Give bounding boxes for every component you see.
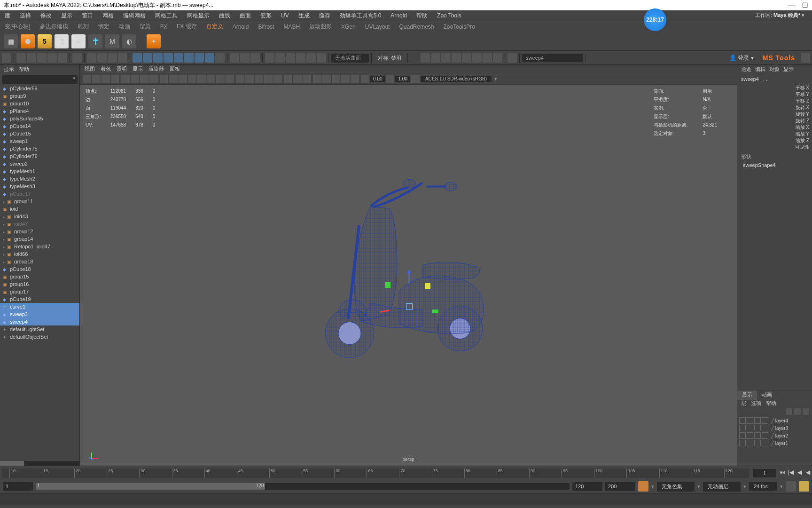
vp-tool-icon[interactable]: [149, 75, 158, 83]
vp-tool-icon[interactable]: [102, 75, 110, 83]
workspace-selector[interactable]: 工作区: Maya 经典* ▾: [755, 12, 804, 19]
channel-object-name[interactable]: sweep4 . . .: [737, 74, 812, 84]
outliner-item[interactable]: group11: [0, 198, 79, 205]
lock-icon[interactable]: [230, 53, 239, 63]
outliner-item[interactable]: defaultLightSet: [0, 325, 79, 333]
channel-attr[interactable]: 缩放 X: [737, 124, 812, 131]
menu-item[interactable]: 网格工具: [150, 10, 182, 21]
outliner-item[interactable]: pCube19: [0, 295, 79, 303]
vp-tool-icon[interactable]: [216, 75, 225, 83]
outliner-item[interactable]: sweep2: [0, 160, 79, 167]
prev-frame-icon[interactable]: ◀: [795, 469, 804, 477]
prefs-icon[interactable]: [799, 481, 809, 492]
outliner-menu-display[interactable]: 显示: [4, 66, 14, 73]
shelf-tab[interactable]: 变[中心轴]: [0, 21, 35, 32]
fps-dropdown[interactable]: 24 fps: [749, 482, 777, 491]
current-frame-field[interactable]: 1: [753, 469, 776, 477]
shelf-icon[interactable]: ☠: [71, 34, 86, 48]
channel-attr[interactable]: 旋转 X: [737, 104, 812, 111]
gamma-field[interactable]: 1.00: [395, 76, 410, 82]
vp-tool-icon[interactable]: [111, 75, 119, 83]
shelf-tab[interactable]: UVLayout: [360, 22, 395, 32]
layer-icon[interactable]: [786, 408, 792, 415]
layer-icon[interactable]: [794, 408, 801, 415]
channel-attr[interactable]: 平移 Y: [737, 91, 812, 98]
viewport-menu-item[interactable]: 显示: [133, 65, 143, 72]
history-icon[interactable]: [317, 53, 326, 63]
outliner-item[interactable]: group9: [0, 92, 79, 100]
character-set-dropdown[interactable]: 无角色集: [657, 482, 695, 492]
menu-item[interactable]: 建: [0, 10, 15, 21]
history-icon[interactable]: [306, 53, 316, 63]
login-button[interactable]: 👤 登录 ▾: [726, 54, 757, 62]
outliner-item[interactable]: curve1: [0, 303, 79, 310]
manip-y-arrow[interactable]: [408, 270, 410, 284]
vp-tool-icon[interactable]: [140, 75, 148, 83]
vp-tool-icon[interactable]: [226, 75, 234, 83]
snap-icon[interactable]: [184, 53, 194, 63]
menu-item[interactable]: 缓存: [314, 10, 335, 21]
outliner-item[interactable]: group18: [0, 258, 79, 265]
shelf-tab[interactable]: FX 缓存: [172, 21, 202, 32]
menu-item[interactable]: 显示: [56, 10, 77, 21]
redo-icon[interactable]: [58, 53, 67, 63]
viewport-canvas[interactable]: 顶点:1220613360边:2407786560面:1190443200三角形…: [80, 85, 737, 466]
exposure-field[interactable]: 0.00: [370, 76, 385, 82]
channel-attr[interactable]: 旋转 Z: [737, 118, 812, 124]
lock-icon[interactable]: [240, 53, 250, 63]
render-icon[interactable]: [452, 53, 461, 63]
outliner-item[interactable]: pCube14: [0, 122, 79, 130]
layer-menu-layers[interactable]: 层: [741, 400, 746, 408]
viewport-menu-item[interactable]: 渲染器: [148, 65, 164, 72]
vp-tool-icon[interactable]: [160, 75, 168, 83]
layer-menu-help[interactable]: 帮助: [766, 400, 776, 408]
vp-tool-icon[interactable]: [313, 75, 321, 83]
vp-tool-icon[interactable]: [303, 75, 311, 83]
snap-icon[interactable]: [195, 53, 204, 63]
select-icon[interactable]: [108, 53, 117, 63]
render-icon[interactable]: [472, 53, 482, 63]
range-end-field[interactable]: 120: [572, 482, 602, 491]
channel-attr[interactable]: 缩放 Y: [737, 131, 812, 137]
tool-icon[interactable]: [801, 53, 810, 63]
snap-icon[interactable]: [164, 53, 173, 63]
symmetry-label[interactable]: 对称: 禁用: [374, 55, 405, 62]
outliner-item[interactable]: polySurface45: [0, 115, 79, 122]
shelf-icon[interactable]: ▦: [4, 34, 18, 48]
anim-end-field[interactable]: 200: [605, 482, 635, 491]
display-layer[interactable]: layer4: [737, 417, 812, 424]
render-icon[interactable]: [483, 53, 492, 63]
vp-tool-icon[interactable]: [332, 75, 340, 83]
shelf-tab[interactable]: 绑定: [94, 21, 114, 32]
shelf-icon[interactable]: ◐: [122, 34, 136, 48]
menu-item[interactable]: 编辑网格: [118, 10, 150, 21]
menu-item[interactable]: 曲线: [214, 10, 235, 21]
maximize-icon[interactable]: ☐: [802, 1, 808, 9]
outliner-item[interactable]: ioid47: [0, 220, 79, 228]
shelf-icon[interactable]: ✦: [147, 34, 161, 48]
outliner-item[interactable]: group15: [0, 273, 79, 280]
anim-layer-dropdown[interactable]: 无动画层: [703, 482, 741, 492]
vp-tool-icon[interactable]: [411, 75, 420, 83]
outliner-item[interactable]: typeMesh1: [0, 167, 79, 175]
layer-icon[interactable]: [803, 408, 809, 415]
shelf-tab[interactable]: Bifrost: [253, 22, 279, 32]
menu-item[interactable]: 窗口: [77, 10, 98, 21]
shelf-icon[interactable]: M: [105, 34, 119, 48]
shelf-tab[interactable]: XGen: [336, 22, 360, 32]
vp-tool-icon[interactable]: [179, 75, 187, 83]
shelf-tab[interactable]: 多边形建模: [35, 21, 73, 32]
vp-tool-icon[interactable]: [188, 75, 196, 83]
outliner-item[interactable]: typeMesh2: [0, 175, 79, 183]
colorspace-dropdown[interactable]: ACES 1.0 SDR-video (sRGB): [421, 76, 492, 82]
outliner-item[interactable]: pCube18: [0, 265, 79, 273]
menu-item[interactable]: 变形: [256, 10, 276, 21]
shelf-tab[interactable]: ZooToolsPro: [439, 22, 480, 32]
layer-tab-display[interactable]: 显示: [737, 390, 757, 400]
goto-start-icon[interactable]: ⏮: [778, 469, 787, 477]
selection-field[interactable]: sweep4: [522, 54, 583, 62]
outliner-item[interactable]: Retopo1_ioid47: [0, 243, 79, 250]
outliner-item[interactable]: sweep4: [0, 318, 79, 325]
shelf-tab[interactable]: 自定义: [202, 21, 228, 32]
outliner-item[interactable]: group10: [0, 100, 79, 107]
